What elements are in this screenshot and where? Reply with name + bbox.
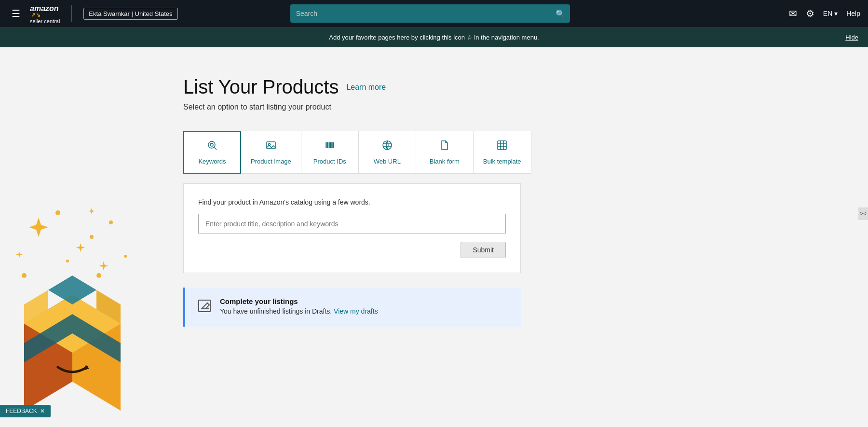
- keyword-search-panel: Find your product in Amazon's catalog us…: [183, 183, 521, 273]
- page-title-area: List Your Products Learn more: [183, 76, 550, 98]
- svg-point-3: [66, 260, 69, 262]
- svg-point-1: [90, 235, 94, 239]
- tab-product-ids-label: Product IDs: [313, 158, 346, 165]
- keywords-icon: [206, 139, 218, 154]
- web-url-icon: [381, 139, 393, 154]
- tab-product-image-label: Product image: [251, 158, 291, 165]
- tab-product-image[interactable]: Product image: [241, 131, 301, 174]
- svg-point-17: [210, 143, 213, 146]
- svg-rect-34: [498, 141, 506, 150]
- illustration-area: [0, 47, 145, 427]
- page-title: List Your Products: [183, 76, 339, 98]
- tab-keywords-label: Keywords: [198, 158, 226, 165]
- language-selector[interactable]: EN ▾: [823, 10, 838, 17]
- logo-amazon-text: amazon ↗↘: [30, 3, 60, 18]
- listings-text: Complete your listings You have unfinish…: [220, 297, 378, 315]
- tab-web-url[interactable]: Web URL: [358, 131, 416, 174]
- listings-body: You have unfinished listings in Drafts. …: [220, 307, 378, 315]
- header-divider: [71, 5, 72, 22]
- favorites-banner: Add your favorite pages here by clicking…: [0, 27, 868, 47]
- tab-product-ids[interactable]: Product IDs: [301, 131, 359, 174]
- tab-blank-form-label: Blank form: [430, 158, 460, 165]
- logo[interactable]: amazon ↗↘ seller central: [30, 3, 60, 24]
- listing-tabs: Keywords Product image: [183, 131, 550, 174]
- header: ☰ amazon ↗↘ seller central Ekta Swarnkar…: [0, 0, 868, 27]
- bulk-template-icon: [496, 139, 508, 154]
- svg-marker-14: [48, 275, 96, 304]
- learn-more-link[interactable]: Learn more: [346, 83, 386, 92]
- edit-icon: [197, 298, 212, 317]
- mail-icon[interactable]: ✉: [789, 8, 797, 19]
- svg-line-16: [215, 148, 217, 150]
- page-subtitle: Select an option to start listing your p…: [183, 103, 550, 111]
- tab-blank-form[interactable]: Blank form: [416, 131, 474, 174]
- product-search-input[interactable]: [198, 214, 506, 234]
- search-panel-description: Find your product in Amazon's catalog us…: [198, 198, 506, 206]
- submit-button[interactable]: Submit: [461, 242, 506, 258]
- view-drafts-link[interactable]: View my drafts: [334, 307, 378, 315]
- svg-point-2: [22, 273, 27, 278]
- feedback-button[interactable]: FEEDBACK ✕: [0, 405, 51, 417]
- tab-keywords[interactable]: Keywords: [183, 131, 241, 174]
- search-input[interactable]: [290, 4, 551, 23]
- main-content: List Your Products Learn more Select an …: [0, 47, 868, 427]
- amazon-box-illustration: [10, 179, 135, 413]
- svg-point-29: [383, 141, 392, 150]
- hide-banner-button[interactable]: Hide: [845, 34, 858, 41]
- content-area: List Your Products Learn more Select an …: [145, 47, 579, 427]
- header-right: ✉ ⚙ EN ▾ Help: [789, 8, 860, 19]
- help-link[interactable]: Help: [846, 10, 860, 17]
- product-ids-icon: [324, 139, 336, 154]
- search-button[interactable]: 🔍: [551, 4, 570, 23]
- blank-form-icon: [439, 139, 450, 154]
- logo-seller-central: seller central: [30, 18, 60, 24]
- feedback-label: FEEDBACK: [6, 408, 37, 414]
- logo-area: amazon ↗↘ seller central: [30, 3, 60, 24]
- svg-point-5: [96, 273, 101, 278]
- svg-point-0: [55, 210, 60, 215]
- account-selector[interactable]: Ekta Swarnkar | United States: [83, 8, 177, 20]
- tab-web-url-label: Web URL: [374, 158, 401, 165]
- svg-point-6: [124, 255, 127, 258]
- svg-point-15: [208, 141, 215, 148]
- complete-listings-section: Complete your listings You have unfinish…: [183, 288, 521, 327]
- banner-text: Add your favorite pages here by clicking…: [329, 34, 539, 41]
- feedback-close-icon[interactable]: ✕: [40, 408, 45, 414]
- right-panel-collapse[interactable]: ><: [858, 207, 868, 220]
- menu-icon[interactable]: ☰: [8, 6, 24, 21]
- product-image-icon: [265, 139, 277, 154]
- search-bar: 🔍: [290, 4, 570, 23]
- svg-point-4: [109, 220, 113, 224]
- listings-title: Complete your listings: [220, 297, 378, 305]
- tab-bulk-template[interactable]: Bulk template: [473, 131, 531, 174]
- tab-bulk-template-label: Bulk template: [483, 158, 521, 165]
- settings-icon[interactable]: ⚙: [806, 8, 814, 19]
- search-icon: 🔍: [556, 9, 565, 18]
